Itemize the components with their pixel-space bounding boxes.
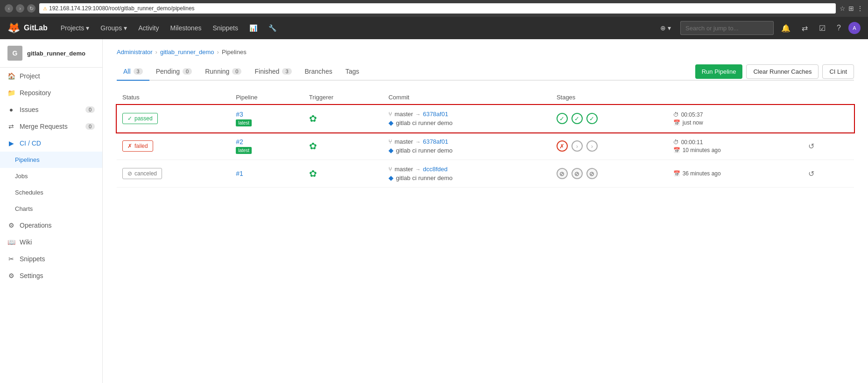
tab-all[interactable]: All 3 <box>117 63 149 81</box>
extension-icon[interactable]: ⊞ <box>848 5 854 12</box>
sidebar-item-pipelines[interactable]: Pipelines <box>0 152 102 168</box>
sidebar-item-charts[interactable]: Charts <box>0 201 102 217</box>
commit-message: gitlab ci runner demo <box>396 119 452 126</box>
table-header: Status Pipeline Triggerer Commit Stages <box>117 90 854 105</box>
nav-activity[interactable]: Activity <box>133 17 164 39</box>
commit-hash-link[interactable]: dcc8fded <box>423 166 448 173</box>
project-header: G gitlab_runner_demo <box>0 39 102 68</box>
sidebar-item-jobs[interactable]: Jobs <box>0 168 102 184</box>
sidebar-item-charts-label: Charts <box>15 205 33 212</box>
stage-1-icon[interactable]: ✓ <box>557 113 568 124</box>
col-pipeline: Pipeline <box>230 90 303 105</box>
sidebar-item-settings[interactable]: ⚙ Settings <box>0 267 102 284</box>
duration-row: ⏱ 00:00:11 <box>673 139 793 146</box>
pipeline-id-link[interactable]: #1 <box>236 170 243 177</box>
commit-description: ◆ gitlab ci runner demo <box>388 119 545 126</box>
sidebar-item-snippets[interactable]: ✂ Snippets <box>0 251 102 267</box>
global-search-input[interactable] <box>680 21 774 35</box>
table-row: ⊘ canceled #1 ✿ <box>117 160 854 188</box>
sidebar-item-cicd[interactable]: ▶ CI / CD <box>0 135 102 152</box>
run-pipeline-button[interactable]: Run Pipeline <box>695 64 743 79</box>
retry-button[interactable]: ↺ <box>804 167 818 180</box>
timing-info: ⏱ 00:00:11 📅 10 minutes ago <box>673 139 793 153</box>
clear-caches-button[interactable]: Clear Runner Caches <box>746 64 819 79</box>
nav-milestones[interactable]: Milestones <box>165 17 207 39</box>
forward-button[interactable]: › <box>16 4 24 13</box>
gitlab-navbar: 🦊 GitLab Projects ▾ Groups ▾ Activity Mi… <box>0 17 868 39</box>
sidebar-item-wiki[interactable]: 📖 Wiki <box>0 234 102 251</box>
retry-button[interactable]: ↺ <box>804 140 818 153</box>
issues-badge: 0 <box>85 106 95 113</box>
table-row: ✓ passed #3 latest <box>117 105 854 132</box>
breadcrumb-sep-1: › <box>155 49 157 56</box>
bookmark-icon[interactable]: ☆ <box>840 5 846 12</box>
user-avatar[interactable]: A <box>848 22 861 34</box>
help-icon: ? <box>837 24 841 32</box>
table-row: ✗ failed #2 latest <box>117 132 854 160</box>
commit-hash-link[interactable]: 6378af01 <box>423 138 448 145</box>
row3-triggerer-cell: ✿ <box>303 160 383 188</box>
back-button[interactable]: ‹ <box>5 4 13 13</box>
breadcrumb-sep-2: › <box>217 49 219 56</box>
commit-hash-link[interactable]: 6378af01 <box>423 111 448 118</box>
col-commit: Commit <box>383 90 551 105</box>
settings-icon: ⚙ <box>7 272 15 279</box>
nav-todo-button[interactable]: ☑ <box>815 17 829 39</box>
nav-right: ⊕▾ 🔔 ⇄ ☑ ? A <box>655 17 861 39</box>
url-bar[interactable]: ⚠ 192.168.174.129:10080/root/gitlab_runn… <box>39 3 836 14</box>
sidebar-item-project[interactable]: 🏠 Project <box>0 68 102 84</box>
tab-all-label: All <box>123 68 131 75</box>
pipeline-id-link[interactable]: #2 <box>236 138 243 146</box>
x-icon: ✗ <box>127 143 132 149</box>
col-status: Status <box>117 90 230 105</box>
nav-chart-icon[interactable]: 📊 <box>244 17 263 39</box>
breadcrumb-project[interactable]: gitlab_runner_demo <box>160 49 214 56</box>
nav-projects[interactable]: Projects ▾ <box>55 17 95 39</box>
row2-commit-cell: ⑂ master → 6378af01 ◆ gitlab ci runner d… <box>383 132 551 160</box>
nav-help-button[interactable]: ? <box>833 17 845 39</box>
sidebar-item-issues[interactable]: ● Issues 0 <box>0 101 102 118</box>
tab-branches[interactable]: Branches <box>298 63 339 81</box>
nav-notification-button[interactable]: 🔔 <box>777 17 794 39</box>
time-ago: 10 minutes ago <box>683 147 721 153</box>
stage-3-icon[interactable]: ⊘ <box>586 168 598 179</box>
nav-merge-request-button[interactable]: ⇄ <box>798 17 812 39</box>
sidebar-item-merge-requests[interactable]: ⇄ Merge Requests 0 <box>0 118 102 135</box>
stage-1-icon[interactable]: ⊘ <box>557 168 568 179</box>
table-body: ✓ passed #3 latest <box>117 105 854 188</box>
sidebar-item-repository[interactable]: 📁 Repository <box>0 84 102 101</box>
nav-add-button[interactable]: ⊕▾ <box>655 17 677 39</box>
tab-running[interactable]: Running 0 <box>198 63 248 81</box>
nav-wrench-icon[interactable]: 🔧 <box>263 17 282 39</box>
stage-2-icon[interactable]: ⊘ <box>572 168 583 179</box>
stage-3-icon[interactable]: › <box>586 140 598 152</box>
browser-icons: ☆ ⊞ ⋮ <box>840 5 863 12</box>
sidebar-item-schedules[interactable]: Schedules <box>0 184 102 201</box>
reload-button[interactable]: ↻ <box>27 4 35 13</box>
stage-3-icon[interactable]: ✓ <box>586 113 598 124</box>
commit-branch-info: ⑂ master → 6378af01 <box>388 111 545 118</box>
sidebar-item-operations[interactable]: ⚙ Operations <box>0 217 102 234</box>
commit-description: ◆ gitlab ci runner demo <box>388 146 545 154</box>
gitlab-logo[interactable]: 🦊 GitLab <box>7 22 48 34</box>
row2-timing-cell: ⏱ 00:00:11 📅 10 minutes ago <box>668 132 799 160</box>
tab-tags[interactable]: Tags <box>339 63 366 81</box>
tab-pending[interactable]: Pending 0 <box>149 63 199 81</box>
snippets-icon: ✂ <box>7 255 15 263</box>
pipeline-tabs: All 3 Pending 0 Running 0 Finished 3 Bra… <box>117 63 854 81</box>
menu-icon[interactable]: ⋮ <box>857 5 863 12</box>
branch-arrow-icon: → <box>416 139 421 145</box>
stage-1-icon[interactable]: ✗ <box>557 140 568 152</box>
stage-2-icon[interactable]: ✓ <box>572 113 583 124</box>
nav-activity-label: Activity <box>138 24 159 32</box>
nav-groups[interactable]: Groups ▾ <box>95 17 133 39</box>
pipeline-id-link[interactable]: #3 <box>236 111 243 118</box>
nav-snippets[interactable]: Snippets <box>207 17 243 39</box>
breadcrumb-admin[interactable]: Administrator <box>117 49 153 56</box>
row3-pipeline-cell: #1 <box>230 160 303 188</box>
ci-lint-button[interactable]: CI Lint <box>822 64 854 79</box>
nav-groups-chevron: ▾ <box>124 24 127 32</box>
row1-timing-cell: ⏱ 00:05:37 📅 just now <box>668 105 799 132</box>
stage-2-icon[interactable]: › <box>572 140 583 152</box>
tab-finished[interactable]: Finished 3 <box>248 63 298 81</box>
